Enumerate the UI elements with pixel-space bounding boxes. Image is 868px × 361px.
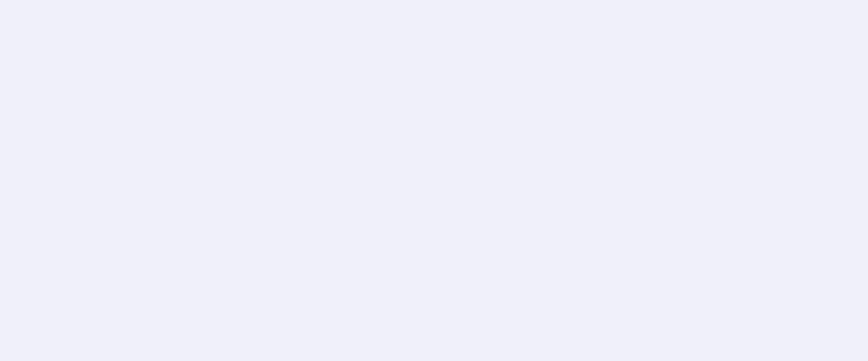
icon-stage — [0, 0, 868, 361]
connector-arcs — [0, 0, 868, 361]
